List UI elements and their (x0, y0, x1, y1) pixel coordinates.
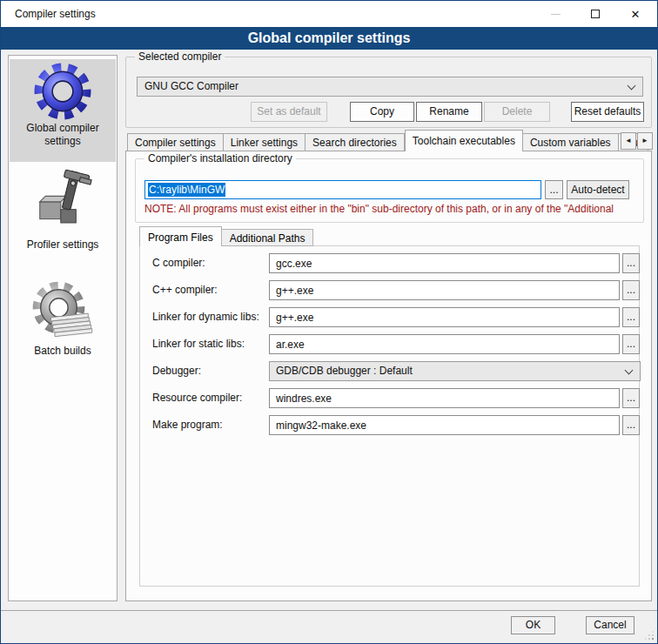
static-linker-browse-button[interactable]: ... (622, 334, 640, 354)
field-row: Resource compiler: ... (140, 388, 639, 408)
compiler-settings-dialog: Compiler settings ✕ Global compiler sett… (0, 0, 658, 644)
dynamic-linker-input[interactable] (269, 307, 620, 327)
toolchain-executables-page: Compiler's installation directory C:\ray… (125, 151, 652, 601)
program-files-panel: C compiler: ... C++ compiler: ... Linker… (139, 245, 640, 587)
make-program-label: Make program: (152, 419, 223, 431)
dialog-banner: Global compiler settings (1, 27, 657, 50)
tab-search-directories[interactable]: Search directories (306, 133, 405, 151)
compiler-select-value: GNU GCC Compiler (144, 80, 238, 92)
footer-separator (1, 610, 658, 611)
dynamic-linker-browse-button[interactable]: ... (622, 307, 640, 327)
debugger-select-value: GDB/CDB debugger : Default (276, 365, 413, 377)
dynamic-linker-label: Linker for dynamic libs: (152, 311, 259, 323)
debugger-select[interactable]: GDB/CDB debugger : Default (269, 361, 641, 381)
debugger-label: Debugger: (152, 365, 201, 377)
ok-button[interactable]: OK (511, 616, 555, 634)
minimize-button[interactable] (535, 1, 575, 27)
make-program-browse-button[interactable]: ... (622, 415, 640, 435)
field-row: C compiler: ... (140, 253, 639, 273)
minimize-icon (551, 14, 561, 15)
c-compiler-input[interactable] (269, 253, 620, 273)
selected-text: C:\raylib\MinGW (148, 183, 225, 197)
tab-scroll-left-button[interactable]: ◄ (621, 132, 636, 150)
caliper-tool-icon (32, 169, 93, 237)
blue-gear-icon (34, 63, 91, 120)
c-compiler-label: C compiler: (152, 257, 205, 269)
tab-compiler-settings[interactable]: Compiler settings (127, 133, 224, 151)
close-icon: ✕ (631, 9, 641, 20)
window-title: Compiler settings (15, 8, 96, 20)
maximize-button[interactable] (575, 1, 615, 27)
browse-directory-button[interactable]: ... (545, 180, 563, 199)
tab-linker-settings[interactable]: Linker settings (224, 133, 306, 151)
compiler-select[interactable]: GNU GCC Compiler (137, 77, 643, 97)
tab-additional-paths[interactable]: Additional Paths (222, 229, 314, 246)
field-row: C++ compiler: ... (140, 280, 639, 300)
rename-button[interactable]: Rename (416, 102, 482, 122)
reset-defaults-button[interactable]: Reset defaults (571, 102, 644, 122)
static-linker-label: Linker for static libs: (152, 338, 245, 350)
chevron-down-icon (628, 82, 636, 91)
auto-detect-button[interactable]: Auto-detect (567, 180, 629, 199)
resize-grip[interactable] (652, 638, 654, 640)
program-tab-strip: Program Files Additional Paths (139, 226, 313, 246)
settings-category-list: Global compiler settings Profiler settin… (8, 55, 118, 601)
cancel-button[interactable]: Cancel (586, 616, 634, 634)
installation-directory-input[interactable]: C:\raylib\MinGW (144, 180, 541, 199)
maximize-icon (591, 10, 600, 18)
group-legend: Selected compiler (135, 50, 225, 63)
cpp-compiler-label: C++ compiler: (152, 284, 218, 296)
resource-compiler-browse-button[interactable]: ... (622, 388, 640, 408)
field-row: Make program: ... (140, 415, 639, 435)
delete-button[interactable]: Delete (484, 102, 550, 122)
resource-compiler-input[interactable] (269, 388, 620, 408)
gray-gear-stack-icon (31, 280, 94, 343)
resource-compiler-label: Resource compiler: (152, 392, 242, 404)
cpp-compiler-input[interactable] (269, 280, 620, 300)
sidebar-item-profiler-settings[interactable]: Profiler settings (10, 165, 116, 256)
tab-scroll-right-button[interactable]: ► (637, 132, 653, 150)
field-row: Linker for dynamic libs: ... (140, 307, 639, 327)
settings-tab-strip: Compiler settings Linker settings Search… (127, 130, 648, 151)
make-program-input[interactable] (269, 415, 620, 435)
set-as-default-button[interactable]: Set as default (251, 102, 327, 122)
copy-button[interactable]: Copy (350, 102, 414, 122)
arrow-right-icon: ► (641, 137, 648, 144)
installation-directory-group: Compiler's installation directory C:\ray… (135, 158, 644, 223)
field-row: Debugger: GDB/CDB debugger : Default (140, 361, 639, 381)
static-linker-input[interactable] (269, 334, 620, 354)
tab-toolchain-executables[interactable]: Toolchain executables (405, 130, 523, 151)
sidebar-item-label: Global compiler settings (10, 122, 116, 148)
group-legend: Compiler's installation directory (144, 152, 296, 164)
selected-compiler-group: Selected compiler GNU GCC Compiler Set a… (125, 57, 652, 128)
sidebar-item-batch-builds[interactable]: Batch builds (10, 277, 116, 364)
cpp-compiler-browse-button[interactable]: ... (622, 280, 640, 300)
arrow-left-icon: ◄ (625, 137, 632, 144)
sidebar-item-label: Profiler settings (10, 238, 116, 252)
tab-custom-variables[interactable]: Custom variables (523, 133, 619, 151)
installation-note: NOTE: All programs must exist either in … (144, 203, 641, 215)
field-row: Linker for static libs: ... (140, 334, 639, 354)
chevron-down-icon (625, 366, 634, 375)
sidebar-item-global-compiler-settings[interactable]: Global compiler settings (10, 59, 116, 162)
close-button[interactable]: ✕ (615, 1, 655, 27)
sidebar-item-label: Batch builds (10, 345, 116, 358)
tab-program-files[interactable]: Program Files (139, 226, 222, 246)
c-compiler-browse-button[interactable]: ... (622, 253, 640, 273)
title-bar[interactable]: Compiler settings ✕ (1, 1, 657, 27)
